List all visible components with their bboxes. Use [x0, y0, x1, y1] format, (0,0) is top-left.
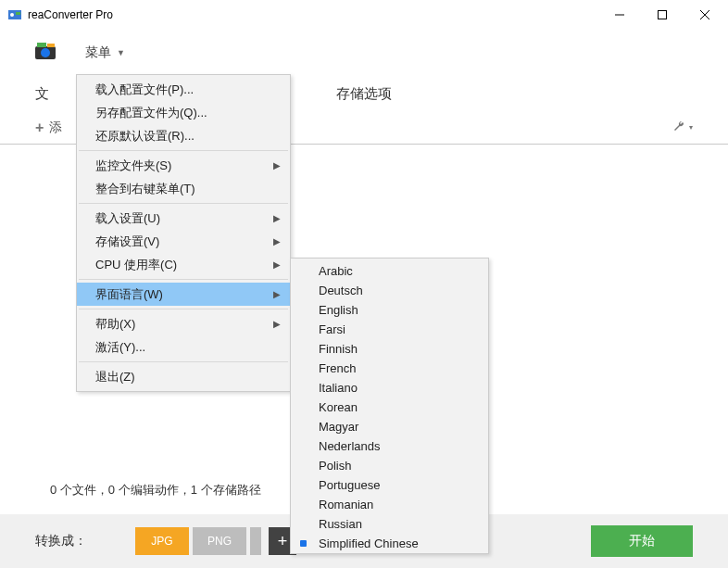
language-item[interactable]: Farsi — [291, 320, 488, 339]
app-logo-icon — [33, 41, 57, 65]
svg-rect-4 — [659, 10, 667, 19]
language-item[interactable]: Magyar — [291, 417, 488, 436]
language-label: Arabic — [319, 264, 353, 278]
language-label: Farsi — [319, 322, 345, 336]
svg-rect-10 — [47, 44, 55, 47]
language-item[interactable]: Polish — [291, 456, 488, 475]
svg-point-8 — [41, 48, 50, 57]
settings-wrench-button[interactable]: ▾ — [672, 120, 693, 135]
svg-rect-9 — [37, 43, 46, 47]
add-button-partial[interactable]: + 添 — [35, 120, 62, 136]
main-menu-dropdown: 载入配置文件(P)...另存配置文件为(Q)...还原默认设置(R)...监控文… — [76, 74, 291, 392]
menu-separator — [79, 309, 288, 309]
chevron-right-icon: ▶ — [273, 213, 281, 223]
wrench-icon — [672, 120, 685, 135]
menu-item-label: 监控文件夹(S) — [95, 158, 171, 174]
caret-down-icon: ▼ — [117, 48, 125, 57]
menu-item-label: 另存配置文件为(Q)... — [95, 105, 207, 121]
language-item[interactable]: Romanian — [291, 495, 488, 514]
language-label: French — [319, 361, 356, 375]
titlebar: reaConverter Pro — [0, 0, 728, 30]
menu-item[interactable]: 还原默认设置(R)... — [77, 124, 290, 147]
menu-item[interactable]: 界面语言(W)▶ — [77, 283, 290, 306]
language-label: Korean — [319, 400, 358, 414]
language-item[interactable]: French — [291, 359, 488, 378]
menu-item-label: CPU 使用率(C) — [95, 257, 177, 273]
language-label: Magyar — [319, 420, 358, 434]
language-item[interactable]: Russian — [291, 514, 488, 534]
language-submenu: ArabicDeutschEnglishFarsiFinnishFrenchIt… — [290, 258, 489, 554]
menu-button-label: 菜单 — [85, 44, 111, 61]
start-button[interactable]: 开始 — [591, 525, 693, 557]
menu-item-label: 帮助(X) — [95, 316, 135, 333]
language-item[interactable]: Finnish — [291, 339, 488, 359]
minimize-button[interactable] — [598, 1, 641, 29]
language-item[interactable]: English — [291, 300, 488, 320]
format-hidden-button[interactable] — [250, 527, 261, 555]
chevron-right-icon: ▶ — [273, 319, 281, 329]
format-jpg-button[interactable]: JPG — [135, 527, 189, 555]
menu-separator — [79, 150, 288, 151]
chevron-right-icon: ▶ — [273, 289, 281, 299]
menu-item[interactable]: 帮助(X)▶ — [77, 312, 290, 335]
app-icon — [7, 7, 22, 22]
menu-item[interactable]: 激活(Y)... — [77, 335, 290, 359]
language-label: Polish — [319, 459, 351, 473]
language-label: Portuguese — [319, 478, 381, 492]
chevron-right-icon: ▶ — [273, 160, 281, 170]
menu-item[interactable]: 载入配置文件(P)... — [77, 78, 290, 101]
svg-rect-2 — [16, 12, 20, 15]
window-title: reaConverter Pro — [28, 8, 598, 21]
menu-item-label: 激活(Y)... — [95, 339, 145, 356]
language-label: Romanian — [319, 498, 373, 511]
menu-separator — [79, 279, 288, 280]
menu-button[interactable]: 菜单 ▼ — [76, 41, 134, 65]
close-button[interactable] — [684, 1, 726, 29]
format-png-button[interactable]: PNG — [193, 527, 246, 555]
plus-icon: + — [35, 120, 44, 136]
language-label: Finnish — [319, 342, 358, 356]
window-controls — [598, 1, 726, 29]
status-text: 0 个文件，0 个编辑动作，1 个存储路径 — [50, 482, 261, 499]
svg-point-1 — [10, 13, 14, 17]
menu-separator — [79, 361, 288, 362]
language-item[interactable]: Nederlands — [291, 436, 488, 456]
language-item[interactable]: Deutsch — [291, 281, 488, 300]
caret-down-icon: ▾ — [689, 123, 693, 132]
language-item[interactable]: Arabic — [291, 261, 488, 281]
menu-item-label: 存储设置(V) — [95, 234, 159, 250]
language-item[interactable]: Simplified Chinese — [291, 534, 488, 553]
maximize-button[interactable] — [641, 1, 684, 29]
menu-item-label: 界面语言(W) — [95, 286, 163, 303]
menu-item[interactable]: 载入设置(U)▶ — [77, 207, 290, 230]
menu-item-label: 载入配置文件(P)... — [95, 82, 194, 98]
menu-item-label: 退出(Z) — [95, 369, 135, 385]
menu-item-label: 整合到右键菜单(T) — [95, 181, 195, 197]
menu-item[interactable]: CPU 使用率(C)▶ — [77, 253, 290, 276]
language-item[interactable]: Portuguese — [291, 475, 488, 495]
language-label: Italiano — [319, 381, 358, 395]
menu-item[interactable]: 存储设置(V)▶ — [77, 230, 290, 253]
menu-item[interactable]: 退出(Z) — [77, 365, 290, 388]
menu-item[interactable]: 监控文件夹(S)▶ — [77, 154, 290, 177]
toolbar: 菜单 ▼ — [0, 30, 728, 76]
language-label: Simplified Chinese — [319, 536, 419, 550]
language-label: Russian — [319, 517, 362, 531]
chevron-right-icon: ▶ — [273, 259, 281, 270]
menu-item[interactable]: 另存配置文件为(Q)... — [77, 101, 290, 124]
language-label: Nederlands — [319, 439, 381, 453]
language-item[interactable]: Italiano — [291, 378, 488, 398]
add-label-partial: 添 — [49, 120, 62, 136]
chevron-right-icon: ▶ — [273, 236, 281, 246]
menu-item[interactable]: 整合到右键菜单(T) — [77, 177, 290, 200]
menu-item-label: 载入设置(U) — [95, 210, 160, 227]
language-label: English — [319, 303, 358, 317]
menu-item-label: 还原默认设置(R)... — [95, 128, 195, 145]
menu-separator — [79, 203, 288, 204]
language-label: Deutsch — [319, 284, 363, 297]
convert-to-label: 转换成： — [35, 533, 87, 549]
language-item[interactable]: Korean — [291, 398, 488, 417]
